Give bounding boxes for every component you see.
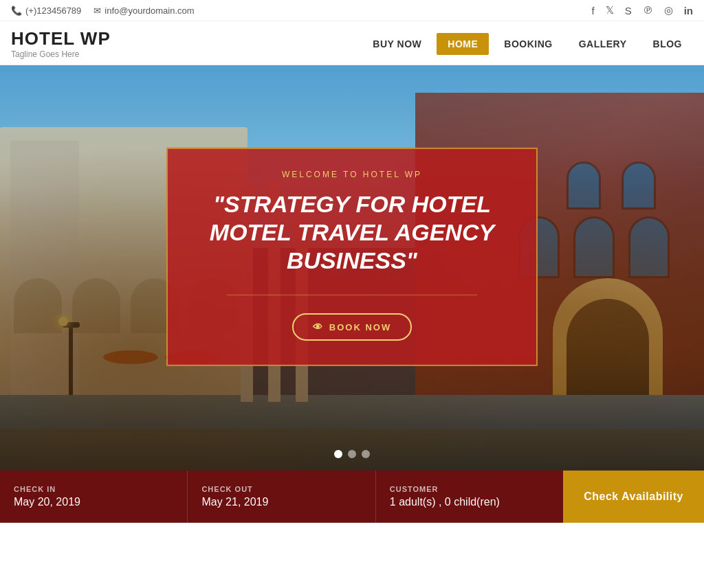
logo-tagline: Tagline Goes Here xyxy=(11,49,111,59)
nav-blog[interactable]: BLOG xyxy=(642,33,693,55)
hero-divider xyxy=(227,295,478,295)
email-icon: ✉ xyxy=(94,5,101,16)
check-availability-label: Check Availability xyxy=(584,490,683,503)
nav-gallery[interactable]: GALLERY xyxy=(568,33,638,55)
top-bar: 📞 (+)123456789 ✉ info@yourdomain.com f 𝕏… xyxy=(0,0,704,21)
logo: HOTEL WP Tagline Goes Here xyxy=(11,28,111,59)
nav-buy-now[interactable]: BUY NOW xyxy=(362,33,432,55)
phone-contact: 📞 (+)123456789 xyxy=(11,5,81,16)
twitter-icon[interactable]: 𝕏 xyxy=(606,4,614,16)
checkout-label: CHECK OUT xyxy=(201,485,361,493)
phone-icon: 📞 xyxy=(11,5,22,16)
linkedin-icon[interactable]: in xyxy=(684,5,693,16)
hero-subtitle: WELCOME TO HOTEL WP xyxy=(195,170,509,179)
hero-content-box: WELCOME TO HOTEL WP "STRATEGY FOR HOTEL … xyxy=(166,148,538,366)
logo-title: HOTEL WP xyxy=(11,28,111,49)
top-bar-contact: 📞 (+)123456789 ✉ info@yourdomain.com xyxy=(11,5,195,16)
main-nav: BUY NOW HOME BOOKING GALLERY BLOG xyxy=(362,33,693,55)
skype-icon[interactable]: S xyxy=(625,5,632,16)
slide-dot-1[interactable] xyxy=(334,450,342,458)
checkin-label: CHECK IN xyxy=(14,485,173,493)
customer-label: CUSTOMER xyxy=(390,485,549,493)
check-availability-button[interactable]: Check Availability xyxy=(563,471,704,523)
slide-dots xyxy=(334,450,370,458)
checkout-field[interactable]: CHECK OUT May 21, 2019 xyxy=(188,471,375,523)
header: HOTEL WP Tagline Goes Here BUY NOW HOME … xyxy=(0,21,704,65)
eye-icon: 👁 xyxy=(313,321,324,332)
nav-home[interactable]: HOME xyxy=(437,33,489,55)
hero-title: "STRATEGY FOR HOTEL MOTEL TRAVEL AGENCY … xyxy=(195,190,509,274)
checkin-value: May 20, 2019 xyxy=(14,496,173,508)
email-contact: ✉ info@yourdomain.com xyxy=(94,5,194,16)
customer-field[interactable]: CUSTOMER 1 adult(s) , 0 child(ren) xyxy=(376,471,563,523)
facebook-icon[interactable]: f xyxy=(591,5,594,16)
email-address: info@yourdomain.com xyxy=(104,5,194,16)
phone-number: (+)123456789 xyxy=(25,5,81,16)
book-now-button[interactable]: 👁 BOOK NOW xyxy=(292,313,412,341)
checkout-value: May 21, 2019 xyxy=(201,496,361,508)
slide-dot-2[interactable] xyxy=(348,450,356,458)
customer-value: 1 adult(s) , 0 child(ren) xyxy=(390,496,549,508)
pinterest-icon[interactable]: ℗ xyxy=(643,4,653,16)
booking-bar: CHECK IN May 20, 2019 CHECK OUT May 21, … xyxy=(0,471,704,523)
instagram-icon[interactable]: ◎ xyxy=(664,4,673,16)
social-links: f 𝕏 S ℗ ◎ in xyxy=(591,4,693,16)
slide-dot-3[interactable] xyxy=(362,450,370,458)
nav-booking[interactable]: BOOKING xyxy=(493,33,563,55)
checkin-field[interactable]: CHECK IN May 20, 2019 xyxy=(0,471,188,523)
book-now-label: BOOK NOW xyxy=(329,322,391,332)
hero-section: WELCOME TO HOTEL WP "STRATEGY FOR HOTEL … xyxy=(0,65,704,471)
